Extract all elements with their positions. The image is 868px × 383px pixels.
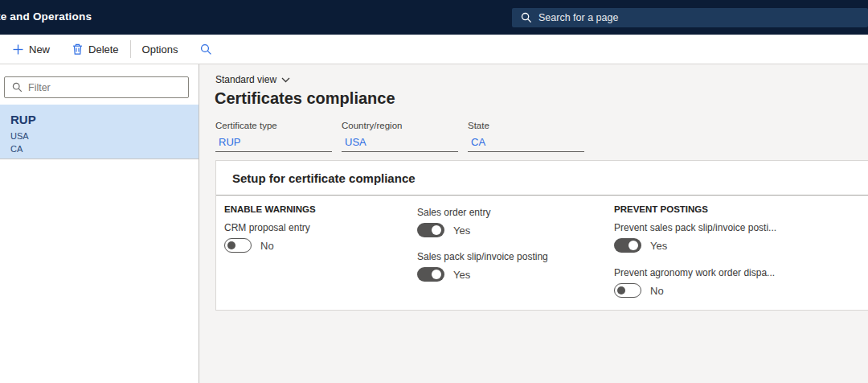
toggle-label-crm-proposal-entry: CRM proposal entry xyxy=(224,222,417,234)
trash-icon xyxy=(72,43,83,55)
page-title: Certificates compliance xyxy=(215,89,868,108)
group-header: ENABLE WARNINGS xyxy=(224,204,417,215)
prevent-sales-pack-slip-toggle[interactable] xyxy=(614,238,641,253)
group-header: PREVENT POSTINGS xyxy=(614,204,868,215)
field-label: State xyxy=(468,121,584,130)
toggle-label-sales-pack-slip: Sales pack slip/invoice posting xyxy=(417,251,614,263)
sales-order-entry-toggle[interactable] xyxy=(417,223,444,237)
column-enable-warnings: ENABLE WARNINGS CRM proposal entry No xyxy=(224,204,417,310)
toggle-state-text: No xyxy=(650,285,664,297)
country-region-value[interactable]: USA xyxy=(342,134,458,152)
header-fields: Certificate type RUP Country/region USA … xyxy=(215,121,868,152)
certificate-type-value[interactable]: RUP xyxy=(215,134,332,152)
record-state: CA xyxy=(10,144,199,154)
action-toolbar: New Delete Options xyxy=(0,35,868,64)
column-sales-entry: Sales order entry Yes Sales pack slip/in… xyxy=(417,204,614,310)
toggle-row: Yes xyxy=(417,267,614,282)
view-selector-label: Standard view xyxy=(215,74,276,85)
state-value[interactable]: CA xyxy=(468,134,584,152)
search-icon xyxy=(12,82,23,93)
toggle-row: Yes xyxy=(614,238,868,253)
toggle-row: No xyxy=(224,238,417,253)
toolbar-search-button[interactable] xyxy=(197,40,215,59)
field-state: State CA xyxy=(468,121,584,152)
new-button[interactable]: New xyxy=(6,39,56,60)
delete-button[interactable]: Delete xyxy=(66,39,125,60)
filter-input[interactable] xyxy=(28,82,173,93)
toggle-state-text: Yes xyxy=(453,224,470,237)
toggle-label-prevent-agronomy: Prevent agronomy work order dispa... xyxy=(614,267,868,279)
app-brand-title: te and Operations xyxy=(0,10,92,23)
field-label: Country/region xyxy=(342,121,458,130)
toggle-knob xyxy=(227,241,235,249)
new-button-label: New xyxy=(29,43,50,56)
toggle-label-prevent-sales-pack-slip: Prevent sales pack slip/invoice posti... xyxy=(614,222,868,234)
sales-pack-slip-posting-toggle[interactable] xyxy=(417,267,444,282)
crm-proposal-entry-toggle[interactable] xyxy=(224,238,252,253)
main-content: Standard view Certificates compliance Ce… xyxy=(199,64,868,383)
toggle-knob xyxy=(628,241,638,250)
toggle-state-text: Yes xyxy=(453,269,470,281)
field-label: Certificate type xyxy=(215,121,332,130)
plus-icon xyxy=(13,44,23,55)
toolbar-divider xyxy=(130,40,131,58)
column-prevent-postings: PREVENT POSTINGS Prevent sales pack slip… xyxy=(614,204,868,310)
options-button-label: Options xyxy=(142,43,178,56)
record-list-panel: RUP USA CA xyxy=(0,64,199,383)
search-icon xyxy=(521,12,532,23)
field-certificate-type: Certificate type RUP xyxy=(215,121,332,152)
filter-box[interactable] xyxy=(4,76,189,98)
setup-card-body: ENABLE WARNINGS CRM proposal entry No Sa… xyxy=(216,196,868,310)
toggle-label-sales-order-entry: Sales order entry xyxy=(417,207,614,219)
page-search-input[interactable] xyxy=(538,12,804,23)
setup-card: Setup for certificate compliance ENABLE … xyxy=(215,160,868,311)
field-country-region: Country/region USA xyxy=(342,121,458,152)
toggle-row: No xyxy=(614,283,868,298)
page-search-box[interactable] xyxy=(512,8,868,27)
delete-button-label: Delete xyxy=(88,43,119,56)
options-button[interactable]: Options xyxy=(136,39,185,60)
list-item-selected[interactable]: RUP USA CA xyxy=(0,105,199,159)
toggle-knob xyxy=(432,270,441,279)
setup-card-header[interactable]: Setup for certificate compliance xyxy=(216,161,868,196)
record-title: RUP xyxy=(10,113,199,126)
app-window: te and Operations New D xyxy=(0,0,868,383)
toggle-knob xyxy=(432,225,441,235)
top-nav-bar: te and Operations xyxy=(0,0,868,35)
toggle-knob xyxy=(617,286,625,294)
view-selector[interactable]: Standard view xyxy=(215,74,290,85)
prevent-agronomy-dispatch-toggle[interactable] xyxy=(614,283,641,298)
toggle-row: Yes xyxy=(417,223,614,237)
chevron-down-icon xyxy=(281,77,290,83)
toggle-state-text: No xyxy=(260,240,274,252)
toggle-state-text: Yes xyxy=(650,240,667,252)
record-country: USA xyxy=(10,131,199,141)
search-icon xyxy=(200,43,212,56)
